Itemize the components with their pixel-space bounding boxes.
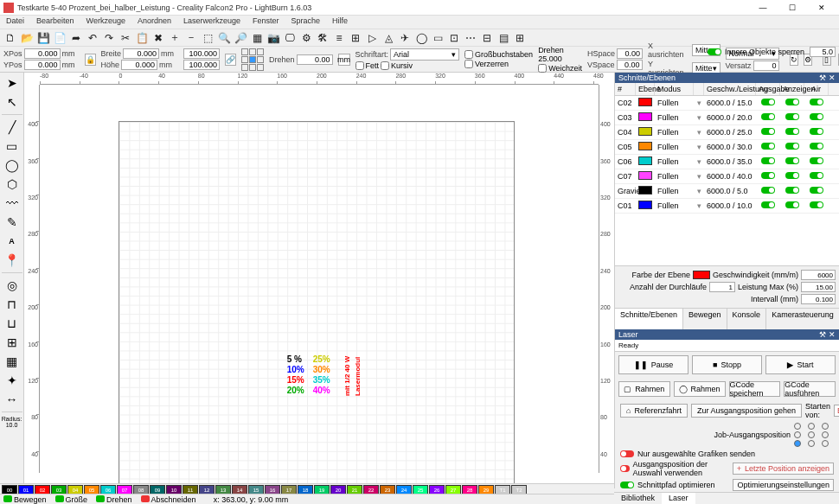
canvas-text[interactable]: 25% <box>313 354 330 365</box>
bezier-tool-icon[interactable]: 〰 <box>3 195 21 212</box>
more3-icon[interactable]: ▤ <box>496 31 510 45</box>
menu-bearbeiten[interactable]: Bearbeiten <box>34 16 77 29</box>
frame2-button[interactable]: ◯ Rahmen <box>674 381 726 397</box>
tab-1[interactable]: Bewegen <box>683 309 727 329</box>
aspect-lock-icon[interactable]: 🔗 <box>225 54 236 66</box>
align-icon[interactable]: ≡ <box>332 31 346 45</box>
marker-tool-icon[interactable]: 📍 <box>3 252 21 269</box>
dist-input[interactable] <box>810 47 836 57</box>
array-icon[interactable]: ⊡ <box>447 31 461 45</box>
array-tool-icon[interactable]: ⊞ <box>3 334 21 351</box>
canvas-text[interactable]: 5 % <box>287 354 302 365</box>
maximize-button[interactable]: ☐ <box>782 3 803 12</box>
weld-tool-icon[interactable]: ⊓ <box>3 296 21 313</box>
zoom-fit-icon[interactable]: 🔍 <box>217 31 231 45</box>
edit-tool-icon[interactable]: ✎ <box>3 214 21 231</box>
run-gcode-button[interactable]: GCode ausführen <box>784 381 836 397</box>
save-icon[interactable]: 💾 <box>36 31 50 45</box>
save-gcode-button[interactable]: GCode speichern <box>729 381 781 397</box>
paste-icon[interactable]: 📋 <box>135 31 149 45</box>
caps-checkbox[interactable] <box>464 50 473 59</box>
bold-checkbox[interactable] <box>355 61 364 70</box>
layer-row[interactable]: C01Füllen▾6000.0 / 10.0 <box>615 199 839 214</box>
polygon-tool-icon[interactable]: ⬡ <box>3 175 21 193</box>
zoom-in-icon[interactable]: ＋ <box>168 31 182 45</box>
pause-button[interactable]: ❚❚Pause <box>618 355 688 374</box>
redo-icon[interactable]: ↷ <box>102 31 116 45</box>
radial-tool-icon[interactable]: ✦ <box>3 372 21 389</box>
distort-checkbox[interactable] <box>464 60 473 68</box>
device-icon[interactable]: 🛠 <box>316 31 330 45</box>
send-icon[interactable]: ✈ <box>398 31 412 45</box>
grid-tool-icon[interactable]: ▦ <box>3 353 21 370</box>
menu-werkzeuge[interactable]: Werkzeuge <box>84 16 128 29</box>
tab-library[interactable]: Bibliothek <box>614 493 662 504</box>
layer-row[interactable]: GravierenFüllen▾6000.0 / 5.0 <box>615 184 839 199</box>
arrange-icon[interactable]: ⊞ <box>349 31 362 45</box>
sel-graphics-toggle[interactable] <box>620 450 634 457</box>
layer-row[interactable]: C07Füllen▾6000.0 / 40.0 <box>615 169 839 184</box>
rect-tool-icon[interactable]: ▭ <box>431 31 445 45</box>
layer-row[interactable]: C03Füllen▾6000.0 / 20.0 <box>615 111 839 125</box>
ellipse-tool-icon[interactable]: ◯ <box>3 156 21 174</box>
layer-power-input[interactable] <box>801 282 836 292</box>
layer-row[interactable]: C04Füllen▾6000.0 / 25.0 <box>615 125 839 140</box>
offset-input[interactable] <box>753 61 779 71</box>
tab-0[interactable]: Schnitte/Ebenen <box>615 309 683 329</box>
job-origin-grid[interactable] <box>794 423 834 447</box>
menu-laserwerkzeuge[interactable]: Laserwerkzeuge <box>181 16 243 29</box>
ypos-input[interactable] <box>24 60 61 70</box>
layer-color-swatch[interactable] <box>693 271 710 279</box>
camera-icon[interactable]: 📷 <box>266 31 280 45</box>
import-icon[interactable]: 📄 <box>53 31 67 45</box>
frame-button[interactable]: ▢ Rahmen <box>618 381 670 397</box>
optset-button[interactable]: Optimierungseinstellungen <box>733 479 834 491</box>
canvas-text[interactable]: 35% <box>313 375 330 386</box>
panel-tools-icon[interactable]: ⚒ ✕ <box>819 73 836 82</box>
canvas[interactable]: -80-400408012016020024028032036040044048… <box>24 73 614 488</box>
menu-datei[interactable]: Datei <box>3 16 27 29</box>
zoom-frame-icon[interactable]: ⬚ <box>201 31 215 45</box>
preview-icon[interactable]: ▦ <box>250 31 264 45</box>
more2-icon[interactable]: ⊟ <box>480 31 494 45</box>
layer-speed-input[interactable] <box>801 270 836 280</box>
font-select[interactable]: Arial▾ <box>390 48 459 61</box>
select-tool-icon[interactable]: ➤ <box>3 74 21 92</box>
goto-origin-button[interactable]: Zur Ausgangsposition gehen <box>691 404 802 418</box>
zoom-sel-icon[interactable]: 🔎 <box>234 31 247 45</box>
layer-passes-input[interactable] <box>709 282 735 292</box>
hspace-input[interactable] <box>617 48 643 59</box>
canvas-text[interactable]: 40% <box>313 386 330 396</box>
scale-y-input[interactable] <box>183 60 220 70</box>
minimize-button[interactable]: — <box>753 3 773 12</box>
layer-row[interactable]: C06Füllen▾6000.0 / 35.0 <box>615 155 839 169</box>
width-input[interactable] <box>123 48 159 59</box>
canvas-text[interactable]: 15% <box>287 375 304 386</box>
laser-panel-tools-icon[interactable]: ⚒ ✕ <box>819 330 836 339</box>
menu-hilfe[interactable]: Hilfe <box>330 16 350 29</box>
stop-button[interactable]: ■Stopp <box>692 355 762 374</box>
measure-tool-icon[interactable]: ↔ <box>3 391 21 408</box>
vspace-input[interactable] <box>617 60 643 70</box>
play-icon[interactable]: ▷ <box>365 31 379 45</box>
menu-anordnen[interactable]: Anordnen <box>135 16 174 29</box>
start-button[interactable]: ▶Start <box>765 355 836 374</box>
layer-row[interactable]: C05Füllen▾6000.0 / 30.0 <box>615 140 839 155</box>
startfrom-select[interactable]: Benutzerausgangsposition▾ <box>834 405 839 417</box>
more4-icon[interactable]: ⊞ <box>513 31 527 45</box>
xpos-input[interactable] <box>24 48 61 59</box>
settings-icon[interactable]: ⚙ <box>299 31 313 45</box>
tab-3[interactable]: Kamerasteuerung <box>766 309 839 329</box>
open-icon[interactable]: 📂 <box>20 31 34 45</box>
optimize-toggle[interactable] <box>620 482 634 488</box>
height-input[interactable] <box>121 60 157 70</box>
lock-inner-toggle[interactable] <box>708 48 721 55</box>
zoom-out-icon[interactable]: － <box>184 31 198 45</box>
monitor-icon[interactable]: 🖵 <box>283 31 297 45</box>
canvas-text[interactable]: 20% <box>287 386 304 396</box>
anchor-grid[interactable] <box>241 48 264 71</box>
undo-icon[interactable]: ↶ <box>86 31 99 45</box>
new-icon[interactable]: 🗋 <box>3 31 17 45</box>
boolean-tool-icon[interactable]: ⊔ <box>3 315 21 332</box>
text-tool-icon[interactable]: A <box>3 233 21 250</box>
